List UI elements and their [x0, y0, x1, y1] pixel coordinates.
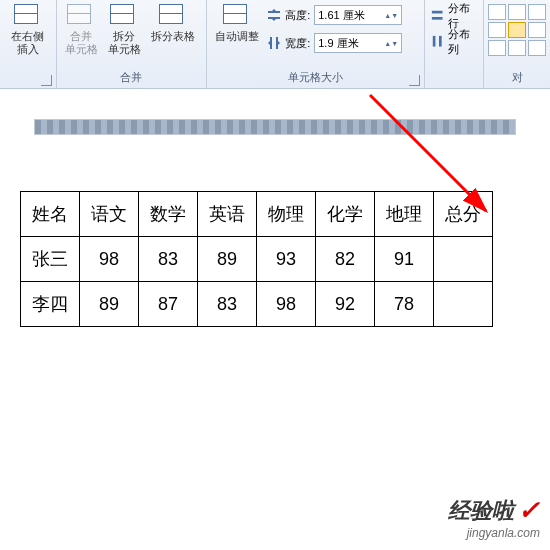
row-height-control: 高度: 1.61 厘米▲▼ — [267, 2, 402, 28]
header-cell[interactable]: 数学 — [139, 192, 198, 237]
svg-rect-5 — [432, 17, 443, 20]
cell[interactable]: 91 — [375, 237, 434, 282]
merge-cells-label: 合并 单元格 — [65, 30, 98, 56]
cell-total[interactable] — [434, 282, 493, 327]
cell[interactable]: 93 — [257, 237, 316, 282]
watermark-site: jingyanla.com — [448, 526, 540, 540]
align-tl[interactable] — [488, 4, 506, 20]
alignment-grid — [486, 2, 548, 58]
header-cell[interactable]: 物理 — [257, 192, 316, 237]
align-bl[interactable] — [488, 40, 506, 56]
check-icon: ✓ — [518, 495, 540, 526]
watermark: 经验啦✓ jingyanla.com — [448, 495, 540, 540]
score-table[interactable]: 姓名 语文 数学 英语 物理 化学 地理 总分 张三 98 83 89 93 8… — [20, 191, 493, 327]
cell[interactable]: 82 — [316, 237, 375, 282]
table-header-row: 姓名 语文 数学 英语 物理 化学 地理 总分 — [21, 192, 493, 237]
merge-cells-icon — [67, 4, 95, 28]
header-cell[interactable]: 总分 — [434, 192, 493, 237]
document-area: 姓名 语文 数学 英语 物理 化学 地理 总分 张三 98 83 89 93 8… — [0, 89, 550, 327]
header-cell[interactable]: 姓名 — [21, 192, 80, 237]
svg-rect-6 — [433, 36, 436, 47]
header-cell[interactable]: 地理 — [375, 192, 434, 237]
distribute-rows-button[interactable]: 分布行 — [431, 6, 477, 26]
header-cell[interactable]: 化学 — [316, 192, 375, 237]
spinner-arrows-icon[interactable]: ▲▼ — [384, 40, 398, 47]
distribute-cols-label: 分布列 — [448, 27, 477, 57]
merge-cells-button[interactable]: 合并 单元格 — [63, 2, 100, 58]
width-input[interactable]: 1.9 厘米▲▼ — [314, 33, 402, 53]
dialog-launcher-icon[interactable] — [409, 75, 420, 86]
align-tr[interactable] — [528, 4, 546, 20]
cell[interactable]: 98 — [257, 282, 316, 327]
svg-rect-3 — [276, 37, 278, 49]
align-bc[interactable] — [508, 40, 526, 56]
col-width-icon — [267, 36, 281, 50]
align-mr[interactable] — [528, 22, 546, 38]
cell[interactable]: 98 — [80, 237, 139, 282]
header-cell[interactable]: 英语 — [198, 192, 257, 237]
group-cellsize-label: 单元格大小 — [288, 71, 343, 83]
table-row: 张三 98 83 89 93 82 91 — [21, 237, 493, 282]
cell-name[interactable]: 李四 — [21, 282, 80, 327]
cell[interactable]: 87 — [139, 282, 198, 327]
cell-name[interactable]: 张三 — [21, 237, 80, 282]
row-height-icon — [267, 8, 281, 22]
group-merge: 合并 单元格 拆分 单元格 拆分表格 合并 — [57, 0, 207, 88]
height-value: 1.61 厘米 — [318, 8, 364, 23]
cell-total[interactable] — [434, 237, 493, 282]
group-rc-label — [0, 85, 56, 88]
split-cells-icon — [110, 4, 138, 28]
group-dist-label — [425, 85, 483, 88]
group-distribute: 分布行 分布列 — [425, 0, 484, 88]
split-cells-button[interactable]: 拆分 单元格 — [106, 2, 143, 58]
align-mc[interactable] — [508, 22, 526, 38]
split-cells-label: 拆分 单元格 — [108, 30, 141, 56]
distribute-cols-icon — [431, 35, 443, 49]
autofit-label: 自动调整 — [215, 30, 259, 43]
insert-right-icon — [14, 4, 42, 28]
align-tc[interactable] — [508, 4, 526, 20]
cell[interactable]: 78 — [375, 282, 434, 327]
insert-right-label: 在右侧插入 — [8, 30, 48, 56]
group-rows-cols: 在右侧插入 — [0, 0, 57, 88]
col-width-control: 宽度: 1.9 厘米▲▼ — [267, 30, 402, 56]
cell[interactable]: 89 — [80, 282, 139, 327]
insert-right-button[interactable]: 在右侧插入 — [6, 2, 50, 58]
svg-rect-4 — [432, 11, 443, 14]
width-label: 宽度: — [285, 36, 310, 51]
group-cell-size: 自动调整 高度: 1.61 厘米▲▼ 宽度: 1.9 厘米▲▼ 单元格大小 — [207, 0, 425, 88]
svg-rect-7 — [439, 36, 442, 47]
cell[interactable]: 92 — [316, 282, 375, 327]
split-table-icon — [159, 4, 187, 28]
distribute-rows-icon — [431, 9, 443, 23]
spinner-arrows-icon[interactable]: ▲▼ — [384, 12, 398, 19]
autofit-button[interactable]: 自动调整 — [213, 2, 261, 45]
table-row: 李四 89 87 83 98 92 78 — [21, 282, 493, 327]
dialog-launcher-icon[interactable] — [41, 75, 52, 86]
autofit-icon — [223, 4, 251, 28]
svg-rect-1 — [268, 17, 280, 19]
width-value: 1.9 厘米 — [318, 36, 358, 51]
watermark-brand: 经验啦 — [448, 496, 514, 526]
split-table-button[interactable]: 拆分表格 — [149, 2, 197, 45]
ribbon: 在右侧插入 合并 单元格 拆分 单元格 拆分表格 合并 自动调整 高 — [0, 0, 550, 89]
svg-rect-2 — [270, 37, 272, 49]
header-cell[interactable]: 语文 — [80, 192, 139, 237]
svg-rect-0 — [268, 11, 280, 13]
group-alignment: 对 — [484, 0, 550, 88]
cell[interactable]: 83 — [198, 282, 257, 327]
split-table-label: 拆分表格 — [151, 30, 195, 43]
align-ml[interactable] — [488, 22, 506, 38]
height-input[interactable]: 1.61 厘米▲▼ — [314, 5, 402, 25]
document-edge — [34, 119, 516, 135]
distribute-cols-button[interactable]: 分布列 — [431, 32, 477, 52]
cell[interactable]: 83 — [139, 237, 198, 282]
cell[interactable]: 89 — [198, 237, 257, 282]
group-align-label: 对 — [484, 70, 550, 88]
group-merge-label: 合并 — [57, 70, 206, 88]
height-label: 高度: — [285, 8, 310, 23]
align-br[interactable] — [528, 40, 546, 56]
